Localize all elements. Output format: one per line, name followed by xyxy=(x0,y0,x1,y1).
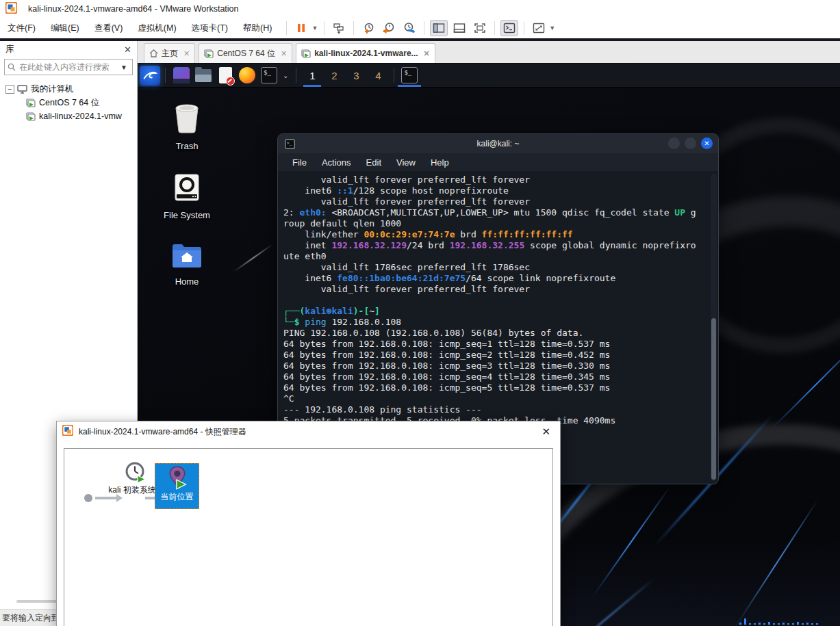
snapshot-tree-panel[interactable]: kali 初装系统 当前位置 xyxy=(64,448,553,626)
tab-bar: 主页✕CentOS 7 64 位✕kali-linux-2024.1-vmwar… xyxy=(138,41,840,63)
vm-icon xyxy=(26,99,36,107)
firefox-launcher[interactable] xyxy=(238,66,257,85)
toolbar-separator xyxy=(494,21,495,35)
desktop-icon-label: File System xyxy=(164,210,210,220)
show-console-button[interactable] xyxy=(500,20,518,36)
window-manager-launcher[interactable] xyxy=(172,66,191,85)
menu-item-E[interactable]: 编辑(E) xyxy=(43,19,87,38)
terminal-line: valid_lft forever preferred_lft forever xyxy=(283,174,713,185)
terminal-output[interactable]: valid_lft forever preferred_lft forever … xyxy=(278,171,718,430)
status-text: 要将输入定向到 xyxy=(2,612,60,624)
workspace-3[interactable]: 3 xyxy=(346,64,366,87)
revert-snapshot-button[interactable] xyxy=(380,20,398,36)
fit-guest-dropdown-icon[interactable]: ▼ xyxy=(549,25,555,31)
workspace-2[interactable]: 2 xyxy=(324,64,344,87)
terminal-maximize-button[interactable] xyxy=(685,138,696,149)
desktop-icon-label: Trash xyxy=(176,141,199,151)
snapshot-arrow xyxy=(95,497,117,499)
terminal-line xyxy=(283,295,713,306)
terminal-menu-view[interactable]: View xyxy=(389,157,423,168)
terminal-line: ute eth0 xyxy=(283,251,713,262)
snapshot-clock-icon xyxy=(124,461,147,484)
dialog-titlebar[interactable]: kali-linux-2024.1-vmware-amd64 - 快照管理器 ✕ xyxy=(57,421,560,442)
terminal-title: kali@kali: ~ xyxy=(278,139,718,148)
terminal-menu-actions[interactable]: Actions xyxy=(314,157,359,168)
terminal-icon: $_ xyxy=(261,67,277,83)
tab-label: kali-linux-2024.1-vmware... xyxy=(314,49,418,58)
menu-item-V[interactable]: 查看(V) xyxy=(87,19,131,38)
terminal-launcher[interactable]: $_ xyxy=(259,66,279,85)
show-thumbnail-bar-button[interactable] xyxy=(450,20,468,36)
search-dropdown-icon[interactable]: ▼ xyxy=(120,64,127,71)
terminal-close-button[interactable]: ✕ xyxy=(701,138,713,149)
send-ctrl-alt-del-button[interactable] xyxy=(330,20,348,36)
snapshot-root-dot xyxy=(84,494,92,502)
library-search-input[interactable]: 在此处键入内容进行搜索 ▼ xyxy=(4,59,133,75)
pause-button[interactable] xyxy=(292,20,310,36)
tab-close-icon[interactable]: ✕ xyxy=(183,49,190,58)
tab-close-icon[interactable]: ✕ xyxy=(281,49,287,58)
kali-taskbar-panel: $_ ⌄ 1234 $_ xyxy=(138,64,840,88)
fullscreen-button[interactable] xyxy=(471,20,489,36)
panel-separator xyxy=(165,68,166,83)
sidebar-close-icon[interactable]: ✕ xyxy=(124,44,131,55)
workspace-switcher: 1234 xyxy=(301,64,389,87)
dialog-close-icon[interactable]: ✕ xyxy=(542,426,550,438)
terminal-line: ┌──(kali⊛kali)-[~] xyxy=(283,306,713,317)
tab-home[interactable]: 主页✕ xyxy=(144,43,195,63)
terminal-line: 64 bytes from 192.168.0.108: icmp_seq=4 … xyxy=(283,371,713,382)
terminal-line: PING 192.168.0.108 (192.168.0.108) 56(84… xyxy=(283,328,713,339)
terminal-scrollbar-thumb[interactable] xyxy=(711,318,716,480)
terminal-scrollbar[interactable] xyxy=(711,174,717,481)
tree-root-label: 我的计算机 xyxy=(31,83,74,95)
taskbar-terminal-button[interactable]: $_ xyxy=(399,64,420,87)
search-icon xyxy=(8,63,16,71)
snapshot-node[interactable] xyxy=(123,461,148,484)
kali-menu-button[interactable] xyxy=(140,66,160,86)
tab-vm-1[interactable]: CentOS 7 64 位✕ xyxy=(199,43,292,63)
toolbar: ▼▼ xyxy=(282,20,557,36)
workspace-4[interactable]: 4 xyxy=(368,64,388,87)
file-manager-launcher[interactable] xyxy=(194,66,213,85)
terminal-minimize-button[interactable] xyxy=(668,138,680,149)
pause-dropdown-icon[interactable]: ▼ xyxy=(311,25,318,31)
tab-vm-2[interactable]: kali-linux-2024.1-vmware...✕ xyxy=(296,43,435,63)
tab-close-icon[interactable]: ✕ xyxy=(424,49,430,58)
menu-item-F[interactable]: 文件(F) xyxy=(0,19,43,38)
show-library-button[interactable] xyxy=(430,20,448,36)
wallpaper-art xyxy=(591,486,671,599)
terminal-line: 64 bytes from 192.168.0.108: icmp_seq=5 … xyxy=(283,382,713,393)
fit-guest-button[interactable] xyxy=(530,20,548,36)
desktop-icon-trash[interactable]: Trash xyxy=(160,101,214,151)
tree-item-vm[interactable]: CentOS 7 64 位 xyxy=(0,96,137,109)
menu-item-T[interactable]: 选项卡(T) xyxy=(184,19,236,38)
workspace-1[interactable]: 1 xyxy=(302,64,322,87)
launcher-dropdown-icon[interactable]: ⌄ xyxy=(283,72,288,79)
terminal-titlebar[interactable]: >_ kali@kali: ~ ✕ xyxy=(278,134,718,153)
vm-icon xyxy=(26,112,36,121)
vmware-logo-icon xyxy=(5,2,17,16)
terminal-menu-file[interactable]: File xyxy=(285,157,314,168)
terminal-menu-edit[interactable]: Edit xyxy=(359,157,389,168)
desktop-icon-home-folder[interactable]: Home xyxy=(160,241,214,287)
menu-item-H[interactable]: 帮助(H) xyxy=(236,19,279,38)
text-editor-launcher[interactable] xyxy=(216,66,235,85)
menu-item-M[interactable]: 虚拟机(M) xyxy=(130,19,183,38)
terminal-menu-help[interactable]: Help xyxy=(423,157,457,168)
current-position-node[interactable]: 当前位置 xyxy=(155,463,199,509)
take-snapshot-button[interactable] xyxy=(359,20,377,36)
tree-root-row[interactable]: − 我的计算机 xyxy=(0,82,137,96)
tree-item-vm[interactable]: kali-linux-2024.1-vmw xyxy=(0,109,137,123)
desktop-icon-filesystem[interactable]: File System xyxy=(160,172,214,220)
panel-separator xyxy=(296,68,296,83)
terminal-line: valid_lft forever preferred_lft forever xyxy=(283,196,713,207)
desktop-icons: TrashFile SystemHome xyxy=(160,101,214,307)
menu-items: 文件(F)编辑(E)查看(V)虚拟机(M)选项卡(T)帮助(H) xyxy=(0,19,279,38)
terminal-line: └─$ ping 192.168.0.108 xyxy=(283,317,713,328)
vmware-workstation-window: kali-linux-2024.1-vmware-amd64 - VMware … xyxy=(0,0,840,626)
vm-icon xyxy=(204,49,214,58)
tree-collapse-icon[interactable]: − xyxy=(5,85,14,94)
terminal-line: inet6 ::1/128 scope host noprefixroute xyxy=(283,185,713,196)
manage-snapshots-button[interactable] xyxy=(400,20,418,36)
terminal-line: link/ether 00:0c:29:e7:74:7e brd ff:ff:f… xyxy=(283,229,713,240)
